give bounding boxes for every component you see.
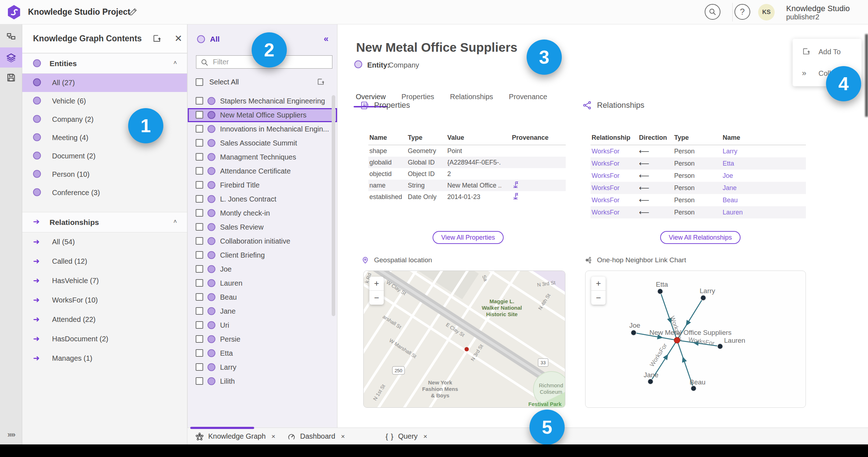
item-checkbox[interactable] bbox=[196, 237, 203, 245]
related-entity-link[interactable]: Joe bbox=[723, 172, 733, 179]
item-checkbox[interactable] bbox=[196, 223, 203, 231]
entity-instance-item[interactable]: Montly check-in bbox=[188, 206, 337, 220]
entity-instance-item[interactable]: New Metal Office Suppliers bbox=[188, 108, 337, 122]
chart-node-jane[interactable] bbox=[648, 379, 653, 384]
entity-instance-item[interactable]: Lauren bbox=[188, 276, 337, 290]
item-checkbox[interactable] bbox=[196, 153, 203, 161]
item-checkbox[interactable] bbox=[196, 363, 203, 371]
relationship-link[interactable]: WorksFor bbox=[592, 197, 620, 204]
one-hop-link-chart[interactable]: WorksFor WorksFor WorksFor Etta Larry J bbox=[585, 271, 806, 408]
avatar[interactable]: KS bbox=[758, 4, 775, 20]
entity-instance-item[interactable]: Jane bbox=[188, 304, 337, 318]
item-checkbox[interactable] bbox=[196, 279, 203, 287]
entity-instance-item[interactable]: Managment Techniques bbox=[188, 150, 337, 164]
add-to-new-icon[interactable] bbox=[317, 78, 326, 87]
entity-instance-item[interactable]: Joe bbox=[188, 262, 337, 276]
entity-type-item[interactable]: Vehicle (6) bbox=[22, 92, 187, 110]
add-to-new-icon[interactable] bbox=[152, 34, 162, 44]
entity-instance-item[interactable]: Persie bbox=[188, 332, 337, 346]
related-entity-link[interactable]: Etta bbox=[723, 160, 734, 167]
entity-instance-item[interactable]: Client Briefing bbox=[188, 248, 337, 262]
entity-instance-item[interactable]: Attendance Certificate bbox=[188, 164, 337, 178]
item-checkbox[interactable] bbox=[196, 139, 203, 147]
zoom-out-button[interactable]: − bbox=[369, 291, 384, 305]
edit-title-pencil-icon[interactable] bbox=[129, 7, 138, 17]
entity-instance-item[interactable]: L. Jones Contract bbox=[188, 192, 337, 206]
tab-provenance[interactable]: Provenance bbox=[509, 93, 547, 105]
expand-rail-button[interactable]: »» bbox=[0, 430, 22, 439]
relationship-link[interactable]: WorksFor bbox=[592, 148, 620, 155]
data-model-rail-button[interactable] bbox=[0, 27, 22, 47]
close-tab-icon[interactable]: × bbox=[423, 433, 427, 440]
close-tab-icon[interactable]: × bbox=[341, 433, 345, 440]
chart-node-lauren[interactable] bbox=[718, 344, 723, 349]
chart-node-etta[interactable] bbox=[658, 289, 663, 294]
chart-node-joe[interactable] bbox=[631, 330, 636, 336]
entity-instance-item[interactable]: Lilith bbox=[188, 374, 337, 388]
entity-type-item[interactable]: Person (10) bbox=[22, 165, 187, 184]
search-button[interactable] bbox=[705, 4, 720, 20]
item-checkbox[interactable] bbox=[196, 111, 203, 119]
tab-relationships[interactable]: Relationships bbox=[450, 93, 493, 105]
tab-knowledge-graph[interactable]: Knowledge Graph × bbox=[195, 428, 275, 445]
collapse-panel-icon[interactable]: « bbox=[324, 34, 328, 44]
close-panel-icon[interactable]: ✕ bbox=[174, 33, 182, 44]
relationship-type-item[interactable]: ➜HasVehicle (7) bbox=[22, 271, 187, 291]
provenance-flag-icon[interactable] bbox=[512, 181, 519, 189]
close-tab-icon[interactable]: × bbox=[271, 433, 275, 440]
item-checkbox[interactable] bbox=[196, 195, 203, 203]
item-checkbox[interactable] bbox=[196, 125, 203, 133]
entity-instance-item[interactable]: Uri bbox=[188, 318, 337, 332]
entity-instance-item[interactable]: Collaboration initiative bbox=[188, 234, 337, 248]
tab-query[interactable]: { } Query × bbox=[386, 428, 427, 445]
save-rail-button[interactable] bbox=[0, 68, 22, 88]
related-entity-link[interactable]: Larry bbox=[723, 148, 737, 155]
relationship-link[interactable]: WorksFor bbox=[592, 209, 620, 216]
chart-node-beau[interactable] bbox=[691, 386, 696, 391]
item-checkbox[interactable] bbox=[196, 251, 203, 259]
entity-instance-item[interactable]: Larry bbox=[188, 360, 337, 374]
entity-instance-item[interactable]: Beau bbox=[188, 290, 337, 304]
relationship-type-item[interactable]: ➜Attended (22) bbox=[22, 310, 187, 329]
knowledge-studio-logo-icon[interactable] bbox=[6, 5, 22, 20]
entity-type-item[interactable]: All (27) bbox=[22, 74, 187, 92]
scrollbar-thumb[interactable] bbox=[332, 95, 335, 316]
related-entity-link[interactable]: Jane bbox=[723, 184, 737, 191]
zoom-in-button[interactable]: + bbox=[369, 277, 384, 291]
relationship-type-item[interactable]: ➜All (54) bbox=[22, 232, 187, 252]
item-checkbox[interactable] bbox=[196, 335, 203, 343]
related-entity-link[interactable]: Beau bbox=[723, 197, 738, 204]
entity-instance-item[interactable]: Innovations in Mechanical Engin... bbox=[188, 122, 337, 136]
add-to-menu-item[interactable]: Add To bbox=[793, 42, 862, 62]
entity-instance-item[interactable]: Staplers Mechanical Engineering bbox=[188, 94, 337, 108]
item-checkbox[interactable] bbox=[196, 167, 203, 175]
view-all-relationships-button[interactable]: View All Relationships bbox=[660, 231, 741, 244]
provenance-flag-icon[interactable] bbox=[512, 192, 519, 200]
related-entity-link[interactable]: Lauren bbox=[723, 209, 743, 216]
entity-instance-item[interactable]: Sales Associate Summit bbox=[188, 136, 337, 150]
geospatial-map[interactable]: k Rd W Clay St Sa N 3rd St N 4th St arsh… bbox=[363, 271, 565, 408]
item-checkbox[interactable] bbox=[196, 209, 203, 217]
entity-instance-item[interactable]: Etta bbox=[188, 346, 337, 360]
chart-node-larry[interactable] bbox=[701, 295, 706, 301]
view-all-properties-button[interactable]: View All Properties bbox=[433, 231, 504, 244]
contents-rail-button[interactable] bbox=[0, 47, 22, 68]
user-info[interactable]: Knowledge Studio publisher2 bbox=[786, 4, 850, 21]
item-checkbox[interactable] bbox=[196, 293, 203, 301]
help-button[interactable]: ? bbox=[734, 4, 750, 20]
item-checkbox[interactable] bbox=[196, 97, 203, 105]
zoom-out-button[interactable]: − bbox=[591, 291, 606, 305]
relationship-type-item[interactable]: ➜WorksFor (10) bbox=[22, 291, 187, 310]
relationship-type-item[interactable]: ➜Manages (1) bbox=[22, 349, 187, 368]
entity-type-item[interactable]: Document (2) bbox=[22, 147, 187, 165]
entity-instance-item[interactable]: Firebird Title bbox=[188, 178, 337, 192]
entity-instance-item[interactable]: Sales Review bbox=[188, 220, 337, 234]
item-checkbox[interactable] bbox=[196, 307, 203, 315]
entities-section-header[interactable]: Entities ˄ bbox=[22, 53, 187, 74]
entity-type-item[interactable]: Conference (3) bbox=[22, 184, 187, 202]
zoom-in-button[interactable]: + bbox=[591, 277, 606, 291]
select-all-checkbox[interactable] bbox=[196, 78, 203, 86]
chevron-up-icon[interactable]: ˄ bbox=[173, 218, 177, 225]
item-checkbox[interactable] bbox=[196, 321, 203, 329]
item-checkbox[interactable] bbox=[196, 265, 203, 273]
